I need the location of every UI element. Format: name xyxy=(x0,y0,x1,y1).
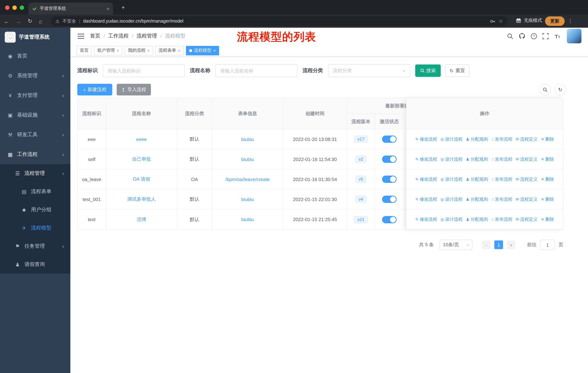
import-process-button[interactable]: ↥ 导入流程 xyxy=(117,84,151,95)
process-name-link[interactable]: 自己审批 xyxy=(132,156,151,162)
reload-icon[interactable]: ↻ xyxy=(28,18,32,24)
window-close-button[interactable] xyxy=(5,5,10,10)
version-badge[interactable]: v4 xyxy=(355,196,366,203)
current-page-button[interactable]: 1 xyxy=(494,240,503,249)
sidebar-item-process-management[interactable]: ☰ 流程管理 ∧ xyxy=(0,164,70,182)
tab-close-icon[interactable]: × xyxy=(106,6,109,11)
close-icon[interactable]: × xyxy=(213,48,216,53)
sidebar-item-process-model[interactable]: ✈ 流程模型 xyxy=(0,219,70,237)
create-process-button[interactable]: + 新建流程 xyxy=(77,84,112,95)
goto-page-input[interactable] xyxy=(540,240,555,250)
edit-process-action[interactable]: ✎修改流程 xyxy=(415,136,437,142)
sidebar-item-payment[interactable]: ¥ 支付管理 ∨ xyxy=(0,86,70,105)
sidebar-item-leave-query[interactable]: ♟ 请假查询 xyxy=(0,255,70,273)
close-icon[interactable]: × xyxy=(117,48,119,53)
page-size-select[interactable]: 10条/页 ∨ xyxy=(440,240,472,250)
active-status-toggle[interactable] xyxy=(382,135,397,143)
back-icon[interactable]: ← xyxy=(4,18,9,24)
assign-rule-action[interactable]: ♟分配规则 xyxy=(466,136,488,142)
delete-action[interactable]: ✕删除 xyxy=(541,156,554,162)
assign-rule-action[interactable]: ♟分配规则 xyxy=(466,156,488,162)
sidebar-item-workflow[interactable]: ▦ 工作流程 ∧ xyxy=(0,145,70,164)
sidebar-item-infra[interactable]: ▣ 基础设施 ∨ xyxy=(0,105,70,125)
category-select[interactable]: 流程分类 ∨ xyxy=(328,64,410,77)
process-definition-action[interactable]: ✉流程定义 xyxy=(516,216,537,222)
reset-button[interactable]: ↻ 重置 xyxy=(445,64,470,77)
delete-action[interactable]: ✕删除 xyxy=(541,136,554,142)
close-icon[interactable]: × xyxy=(178,48,180,53)
sidebar-item-task-management[interactable]: ⚑ 任务管理 ∨ xyxy=(0,237,70,255)
breadcrumb-process-management[interactable]: 流程管理 xyxy=(137,33,157,39)
sidebar-item-process-form[interactable]: ▤ 流程表单 xyxy=(0,182,70,201)
forward-icon[interactable]: → xyxy=(16,18,21,24)
tag-home[interactable]: 首页 xyxy=(77,46,92,55)
sidebar-collapse-icon[interactable] xyxy=(78,33,84,39)
publish-process-action[interactable]: ☝发布流程 xyxy=(491,136,512,142)
version-badge[interactable]: v5 xyxy=(355,176,366,183)
process-name-link[interactable]: 测试多审批人 xyxy=(127,196,156,202)
form-info-link[interactable]: biubiu xyxy=(241,156,254,162)
tag-my-process[interactable]: 我的流程 × xyxy=(125,46,153,55)
process-name-input[interactable] xyxy=(215,64,297,77)
browser-tab[interactable]: 芋道管理系统 × xyxy=(28,2,113,15)
assign-rule-action[interactable]: ♟分配规则 xyxy=(466,216,488,222)
github-icon[interactable] xyxy=(519,33,525,39)
edit-process-action[interactable]: ✎修改流程 xyxy=(415,156,437,162)
browser-update-button[interactable]: 更新 xyxy=(545,16,565,26)
sidebar-item-system[interactable]: ⚙ 系统管理 ∨ xyxy=(0,66,70,86)
password-key-icon[interactable] xyxy=(490,18,496,24)
form-info-link[interactable]: /bpm/oa/leave/create xyxy=(225,176,270,182)
active-status-toggle[interactable] xyxy=(382,176,397,183)
home-icon[interactable]: ⌂ xyxy=(39,18,42,24)
window-minimize-button[interactable] xyxy=(12,5,17,10)
prev-page-button[interactable]: ‹ xyxy=(482,240,491,249)
version-badge[interactable]: v2 xyxy=(355,156,366,163)
design-process-action[interactable]: ◎设计流程 xyxy=(441,216,462,222)
form-info-link[interactable]: biubiu xyxy=(241,136,254,142)
tag-process-form[interactable]: 流程表单 × xyxy=(155,46,184,55)
tag-tenant[interactable]: 租户管理 × xyxy=(94,46,123,55)
process-definition-action[interactable]: ✉流程定义 xyxy=(516,136,537,142)
process-definition-action[interactable]: ✉流程定义 xyxy=(516,176,537,182)
process-definition-action[interactable]: ✉流程定义 xyxy=(516,196,537,202)
form-info-link[interactable]: biubiu xyxy=(241,197,254,202)
sidebar-item-home[interactable]: ◉ 首页 xyxy=(0,46,70,66)
publish-process-action[interactable]: ☝发布流程 xyxy=(491,216,512,222)
active-status-toggle[interactable] xyxy=(382,156,397,163)
bookmark-star-icon[interactable]: ☆ xyxy=(499,18,503,24)
fullscreen-icon[interactable] xyxy=(542,33,549,39)
version-badge[interactable]: v17 xyxy=(354,135,368,143)
next-page-button[interactable]: › xyxy=(507,240,515,249)
active-status-toggle[interactable] xyxy=(382,196,397,203)
sidebar-item-devtools[interactable]: ⚒ 研发工具 ∨ xyxy=(0,125,70,145)
search-icon[interactable] xyxy=(507,33,513,39)
assign-rule-action[interactable]: ♟分配规则 xyxy=(466,196,488,202)
version-badge[interactable]: v21 xyxy=(354,216,368,223)
font-size-icon[interactable]: TT xyxy=(554,33,561,39)
publish-process-action[interactable]: ☝发布流程 xyxy=(491,196,512,202)
design-process-action[interactable]: ◎设计流程 xyxy=(441,136,462,142)
user-avatar[interactable] xyxy=(567,29,581,43)
security-warning-icon[interactable]: ⚠ xyxy=(55,18,59,24)
publish-process-action[interactable]: ☝发布流程 xyxy=(491,156,512,162)
process-name-link[interactable]: eeee xyxy=(136,136,147,142)
address-bar[interactable]: ⚠ 不安全 | dashboard.yudao.iocoder.cn/bpm/m… xyxy=(51,16,507,26)
process-name-link[interactable]: 滔博 xyxy=(137,216,146,223)
form-info-link[interactable]: biubiu xyxy=(241,217,254,222)
process-name-link[interactable]: OA 请假 xyxy=(133,176,150,182)
window-zoom-button[interactable] xyxy=(20,5,24,10)
design-process-action[interactable]: ◎设计流程 xyxy=(441,156,462,162)
tag-process-model[interactable]: 流程模型 × xyxy=(186,46,219,55)
edit-process-action[interactable]: ✎修改流程 xyxy=(415,216,437,222)
edit-process-action[interactable]: ✎修改流程 xyxy=(415,196,437,202)
active-status-toggle[interactable] xyxy=(382,216,397,223)
delete-action[interactable]: ✕删除 xyxy=(541,176,554,182)
breadcrumb-workflow[interactable]: 工作流程 xyxy=(108,33,129,39)
close-icon[interactable]: × xyxy=(147,48,150,53)
publish-process-action[interactable]: ☝发布流程 xyxy=(491,176,512,182)
show-search-button[interactable] xyxy=(539,84,551,95)
delete-action[interactable]: ✕删除 xyxy=(541,216,554,222)
refresh-table-button[interactable]: ↻ xyxy=(555,84,566,95)
delete-action[interactable]: ✕删除 xyxy=(541,196,554,202)
breadcrumb-home[interactable]: 首页 xyxy=(90,33,100,39)
